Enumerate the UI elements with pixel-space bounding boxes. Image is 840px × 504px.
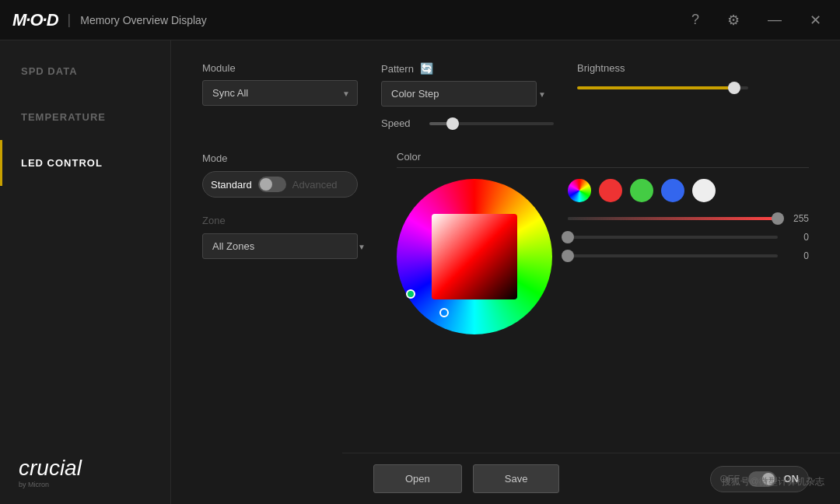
minimize-button[interactable]: — [761,9,788,31]
rgb-r-value: 255 [786,213,809,224]
zone-label: Zone [202,215,226,226]
preset-white[interactable] [692,179,716,202]
app-logo: M·O·D | Memory Overview Display [12,10,207,30]
preset-rainbow[interactable] [568,179,591,202]
mode-advanced-label: Advanced [292,179,338,191]
pattern-arrow-icon: ▼ [538,89,546,98]
save-button[interactable]: Save [473,464,560,493]
rgb-b-thumb[interactable] [562,250,574,262]
rgb-g-track [568,236,778,239]
preset-red[interactable] [599,179,622,202]
mode-label: Mode [202,152,228,164]
top-row: Module Sync All ▼ Pattern 🔄 Color Step [202,62,809,129]
titlebar: M·O·D | Memory Overview Display ? ⚙ — ✕ [0,0,840,40]
sidebar-item-led-control[interactable]: LED CONTROL [0,140,170,186]
module-group: Module Sync All ▼ [202,62,358,106]
sidebar-item-temperature[interactable]: TEMPERATURE [0,94,170,140]
logo-separator: | [68,12,72,28]
color-wheel-container [397,179,552,334]
crucial-logo-container: crucial by Micron [0,442,170,504]
rgb-r-thumb[interactable] [772,212,784,225]
pattern-label: Pattern [381,63,414,75]
mode-toggle-thumb [260,178,272,191]
color-controls: 255 0 [568,179,809,261]
crucial-logo-text: crucial [19,457,152,479]
reload-icon[interactable]: 🔄 [420,62,433,75]
module-select[interactable]: Sync All [202,80,358,106]
main-layout: SPD DATA TEMPERATURE LED CONTROL crucial… [0,40,840,504]
logo-mod-text: M·O·D [12,10,58,30]
pattern-select-wrapper: Color Step ▼ [381,81,554,107]
color-body: 255 0 [397,179,809,334]
color-presets [568,179,809,202]
zone-select-wrapper: All Zones ▼ [202,233,373,259]
left-col: Mode Standard Advanced Zone All Zones ▼ [202,151,373,259]
titlebar-actions: ? ⚙ — ✕ [685,9,828,32]
rgb-r-fill [568,217,778,220]
watermark: 搜狐号@微型计算机杂志 [722,475,824,488]
rgb-sliders: 255 0 [568,213,809,261]
main-content: Module Sync All ▼ Pattern 🔄 Color Step [171,40,840,504]
rgb-b-track [568,254,778,257]
brightness-label: Brightness [577,62,809,74]
speed-row: Speed [381,117,554,129]
module-label: Module [202,62,358,74]
app-title: Memory Overview Display [80,14,207,26]
micron-text: by Micron [19,481,152,488]
color-picker-inner[interactable] [432,214,517,299]
preset-green[interactable] [630,179,653,202]
middle-row: Mode Standard Advanced Zone All Zones ▼ [202,151,809,334]
speed-label: Speed [381,117,420,129]
brightness-group: Brightness [577,62,809,89]
zone-arrow-icon: ▼ [358,242,366,250]
speed-slider[interactable] [429,122,554,125]
sidebar-item-spd-data[interactable]: SPD DATA [0,48,170,94]
rgb-g-value: 0 [786,232,809,243]
color-wheel[interactable] [397,179,552,334]
zone-group: Zone All Zones ▼ [202,213,373,259]
sidebar: SPD DATA TEMPERATURE LED CONTROL crucial… [0,40,171,504]
preset-blue[interactable] [661,179,684,202]
pattern-header: Pattern 🔄 [381,62,554,75]
color-section: Color [397,151,809,334]
settings-button[interactable]: ⚙ [721,9,746,32]
rgb-g-row: 0 [568,232,809,243]
rgb-b-value: 0 [786,250,809,261]
color-wheel-dot-inner[interactable] [439,308,449,317]
help-button[interactable]: ? [685,9,705,31]
pattern-group: Pattern 🔄 Color Step ▼ Speed [381,62,554,129]
rgb-g-thumb[interactable] [562,231,574,243]
mode-toggle[interactable]: Standard Advanced [202,171,358,198]
pattern-select[interactable]: Color Step [381,81,537,107]
module-select-wrapper: Sync All ▼ [202,80,358,106]
rgb-r-row: 255 [568,213,809,224]
open-button[interactable]: Open [373,464,462,493]
rgb-b-row: 0 [568,250,809,261]
mode-toggle-track[interactable] [258,177,286,192]
close-button[interactable]: ✕ [803,9,828,32]
mode-standard-label: Standard [211,179,252,191]
color-wheel-dot-outer[interactable] [406,289,415,299]
brightness-slider[interactable] [577,86,748,89]
color-section-label: Color [397,151,809,168]
zone-select[interactable]: All Zones [202,233,358,259]
rgb-r-track [568,217,778,220]
